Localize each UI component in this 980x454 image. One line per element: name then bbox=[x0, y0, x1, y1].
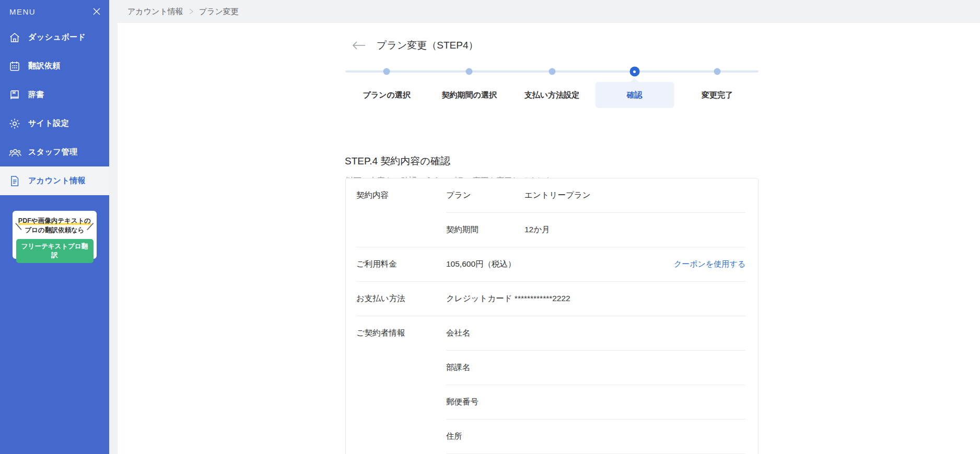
step-label: 変更完了 bbox=[702, 90, 733, 100]
gear-icon bbox=[8, 117, 24, 130]
sidebar-item-label: スタッフ管理 bbox=[28, 147, 77, 157]
sidebar: MENU ダッシュボード 翻訳依頼 bbox=[0, 0, 109, 454]
row-field-label: 契約期間 bbox=[446, 224, 524, 235]
free-text-pro-translation-button[interactable]: フリーテキストプロ翻訳 bbox=[16, 239, 94, 263]
page-header: プラン変更（STEP4） bbox=[352, 39, 479, 52]
sidebar-item-dictionary[interactable]: 辞書 bbox=[0, 80, 109, 109]
table-row: 契約内容 プラン エントリープラン bbox=[346, 178, 758, 212]
sidebar-item-site-settings[interactable]: サイト設定 bbox=[0, 109, 109, 138]
row-field-label: 会社名 bbox=[446, 328, 524, 339]
sidebar-item-staff-management[interactable]: スタッフ管理 bbox=[0, 138, 109, 166]
page-title: プラン変更（STEP4） bbox=[377, 39, 479, 52]
main-content: アカウント情報 プラン変更 プラン変更（STEP4） プランの選択 bbox=[109, 0, 980, 454]
back-arrow-icon[interactable] bbox=[352, 41, 366, 50]
table-row: 住所 bbox=[346, 420, 758, 453]
row-field-label: 部課名 bbox=[446, 362, 524, 373]
table-row: ご契約者情報 会社名 bbox=[346, 316, 758, 350]
sidebar-nav: ダッシュボード 翻訳依頼 辞書 サイト設定 bbox=[0, 23, 109, 195]
row-group-label: ご利用料金 bbox=[356, 259, 446, 270]
promo-text: ＼ ／ PDFや画像内テキストの プロの翻訳依頼なら bbox=[16, 216, 94, 235]
row-value: エントリープラン bbox=[524, 190, 745, 201]
sidebar-item-dashboard[interactable]: ダッシュボード bbox=[0, 23, 109, 52]
coupon-link[interactable]: クーポンを使用する bbox=[674, 259, 745, 269]
step-label: 支払い方法設定 bbox=[524, 90, 579, 100]
sidebar-item-translation-request[interactable]: 翻訳依頼 bbox=[0, 52, 109, 80]
table-row: 郵便番号 bbox=[346, 385, 758, 419]
step-payment-method: 支払い方法設定 bbox=[510, 67, 593, 116]
close-menu-icon[interactable] bbox=[91, 6, 102, 17]
step-confirmation: 確認 bbox=[593, 67, 676, 116]
row-field-label: 住所 bbox=[446, 431, 524, 442]
confirmation-card: 契約内容 プラン エントリープラン 契約期間 12か月 ご利用料金 105,60… bbox=[345, 178, 759, 454]
step-dot bbox=[549, 68, 555, 75]
step-label-active: 確認 bbox=[595, 82, 674, 108]
sidebar-item-account-info[interactable]: アカウント情報 bbox=[0, 166, 109, 195]
table-row: ご利用料金 105,600円（税込） クーポンを使用する bbox=[346, 247, 758, 281]
step-dot bbox=[383, 68, 390, 75]
home-icon bbox=[8, 31, 24, 44]
sidebar-item-label: 翻訳依頼 bbox=[28, 61, 61, 71]
calendar-icon bbox=[8, 59, 24, 73]
row-group-label: ご契約者情報 bbox=[356, 328, 446, 339]
menu-title: MENU bbox=[9, 7, 36, 16]
step-contract-period: 契約期間の選択 bbox=[428, 67, 510, 116]
step-label: 契約期間の選択 bbox=[442, 90, 497, 100]
step-dot-active bbox=[629, 67, 639, 77]
row-field-label: 郵便番号 bbox=[446, 397, 524, 408]
row-group-label: お支払い方法 bbox=[356, 293, 446, 304]
sidebar-header: MENU bbox=[0, 0, 109, 23]
promo-decoration-right: ／ bbox=[87, 220, 95, 232]
sidebar-item-label: アカウント情報 bbox=[28, 176, 86, 186]
step-label: プランの選択 bbox=[363, 90, 410, 100]
row-field-label: 105,600円（税込） bbox=[446, 259, 516, 270]
row-value: 12か月 bbox=[524, 224, 745, 235]
document-icon bbox=[8, 174, 24, 188]
breadcrumb: アカウント情報 プラン変更 bbox=[109, 0, 980, 23]
sidebar-item-label: 辞書 bbox=[28, 90, 44, 100]
table-row: お支払い方法 クレジットカード ************2222 bbox=[346, 282, 758, 316]
book-icon bbox=[8, 88, 24, 102]
step-plan-selection: プランの選択 bbox=[345, 67, 428, 116]
app-window: MENU ダッシュボード 翻訳依頼 bbox=[0, 0, 980, 454]
chevron-right-icon bbox=[189, 8, 194, 15]
users-icon bbox=[8, 146, 24, 159]
promo-decoration-left: ＼ bbox=[15, 220, 22, 232]
sidebar-item-label: ダッシュボード bbox=[28, 32, 86, 42]
table-row: 部課名 bbox=[346, 351, 758, 385]
stepper: プランの選択 契約期間の選択 支払い方法設定 確認 bbox=[345, 67, 759, 116]
row-field-label: クレジットカード ************2222 bbox=[446, 293, 570, 304]
row-field-label: プラン bbox=[446, 190, 524, 201]
content-panel: プラン変更（STEP4） プランの選択 契約期間の選択 支払い方法設定 bbox=[118, 23, 980, 454]
promo-line2: プロの翻訳依頼なら bbox=[16, 225, 94, 235]
promo-line1: PDFや画像内テキストの bbox=[18, 217, 91, 225]
table-row: 契約期間 12か月 bbox=[346, 213, 758, 247]
step-dot bbox=[466, 68, 473, 75]
section-heading: STEP.4 契約内容の確認 bbox=[345, 154, 450, 168]
step-dot bbox=[714, 68, 720, 75]
breadcrumb-plan-change: プラン変更 bbox=[199, 7, 239, 17]
step-change-complete: 変更完了 bbox=[676, 67, 759, 116]
breadcrumb-account-info[interactable]: アカウント情報 bbox=[127, 7, 183, 17]
row-group-label: 契約内容 bbox=[356, 190, 446, 201]
sidebar-item-label: サイト設定 bbox=[28, 118, 69, 128]
promo-card: ＼ ／ PDFや画像内テキストの プロの翻訳依頼なら フリーテキストプロ翻訳 bbox=[13, 211, 97, 259]
